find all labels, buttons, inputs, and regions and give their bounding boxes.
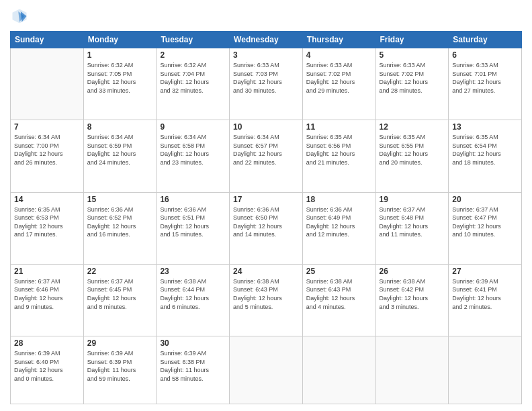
- day-number: 6: [452, 50, 518, 60]
- day-info: Sunrise: 6:36 AMSunset: 6:50 PMDaylight:…: [233, 205, 299, 239]
- day-info: Sunrise: 6:38 AMSunset: 6:44 PMDaylight:…: [160, 277, 226, 311]
- calendar-cell: 11Sunrise: 6:35 AMSunset: 6:56 PMDayligh…: [302, 120, 375, 192]
- calendar-cell: 6Sunrise: 6:33 AMSunset: 7:01 PMDaylight…: [449, 48, 522, 120]
- day-info: Sunrise: 6:39 AMSunset: 6:38 PMDaylight:…: [160, 349, 226, 383]
- calendar-cell: 29Sunrise: 6:39 AMSunset: 6:39 PMDayligh…: [83, 336, 157, 404]
- calendar-cell: 22Sunrise: 6:37 AMSunset: 6:45 PMDayligh…: [83, 264, 157, 336]
- calendar-cell: 15Sunrise: 6:36 AMSunset: 6:52 PMDayligh…: [83, 192, 157, 264]
- day-number: 25: [306, 267, 372, 276]
- day-info: Sunrise: 6:39 AMSunset: 6:41 PMDaylight:…: [452, 277, 518, 311]
- calendar-cell: 28Sunrise: 6:39 AMSunset: 6:40 PMDayligh…: [11, 336, 84, 404]
- day-info: Sunrise: 6:34 AMSunset: 7:00 PMDaylight:…: [14, 133, 80, 167]
- day-number: 3: [233, 50, 299, 60]
- logo-icon: [10, 7, 29, 26]
- weekday-header-saturday: Saturday: [449, 32, 522, 48]
- calendar-cell: [11, 48, 84, 120]
- day-number: 10: [233, 122, 299, 132]
- day-number: 14: [14, 195, 80, 204]
- day-info: Sunrise: 6:39 AMSunset: 6:39 PMDaylight:…: [87, 349, 153, 383]
- day-info: Sunrise: 6:35 AMSunset: 6:53 PMDaylight:…: [14, 205, 80, 239]
- day-info: Sunrise: 6:35 AMSunset: 6:55 PMDaylight:…: [380, 133, 445, 167]
- day-number: 30: [160, 338, 226, 348]
- calendar-cell: 30Sunrise: 6:39 AMSunset: 6:38 PMDayligh…: [157, 336, 230, 404]
- calendar-cell: 12Sunrise: 6:35 AMSunset: 6:55 PMDayligh…: [375, 120, 449, 192]
- calendar-cell: 4Sunrise: 6:33 AMSunset: 7:02 PMDaylight…: [302, 48, 375, 120]
- calendar-cell: [230, 336, 303, 404]
- day-info: Sunrise: 6:35 AMSunset: 6:56 PMDaylight:…: [306, 133, 372, 167]
- day-number: 28: [14, 338, 80, 348]
- calendar-cell: 9Sunrise: 6:34 AMSunset: 6:58 PMDaylight…: [157, 120, 230, 192]
- day-info: Sunrise: 6:34 AMSunset: 6:58 PMDaylight:…: [160, 133, 226, 167]
- weekday-header-wednesday: Wednesday: [230, 32, 303, 48]
- calendar-week-row: 21Sunrise: 6:37 AMSunset: 6:46 PMDayligh…: [11, 264, 522, 336]
- day-number: 22: [87, 267, 153, 276]
- calendar-cell: 3Sunrise: 6:33 AMSunset: 7:03 PMDaylight…: [230, 48, 303, 120]
- calendar-week-row: 7Sunrise: 6:34 AMSunset: 7:00 PMDaylight…: [11, 120, 522, 192]
- day-number: 24: [233, 267, 299, 276]
- calendar-cell: 1Sunrise: 6:32 AMSunset: 7:05 PMDaylight…: [83, 48, 157, 120]
- day-number: 29: [87, 338, 153, 348]
- calendar-cell: [375, 336, 449, 404]
- day-number: 15: [87, 195, 153, 204]
- calendar-cell: 21Sunrise: 6:37 AMSunset: 6:46 PMDayligh…: [11, 264, 84, 336]
- day-number: 27: [452, 267, 518, 276]
- day-info: Sunrise: 6:33 AMSunset: 7:01 PMDaylight:…: [452, 61, 518, 95]
- day-info: Sunrise: 6:36 AMSunset: 6:52 PMDaylight:…: [87, 205, 153, 239]
- day-number: 12: [380, 122, 445, 132]
- day-info: Sunrise: 6:33 AMSunset: 7:02 PMDaylight:…: [380, 61, 445, 95]
- day-info: Sunrise: 6:38 AMSunset: 6:43 PMDaylight:…: [233, 277, 299, 311]
- calendar-cell: 8Sunrise: 6:34 AMSunset: 6:59 PMDaylight…: [83, 120, 157, 192]
- day-number: 1: [87, 50, 153, 60]
- calendar-cell: 26Sunrise: 6:38 AMSunset: 6:42 PMDayligh…: [375, 264, 449, 336]
- calendar-week-row: 1Sunrise: 6:32 AMSunset: 7:05 PMDaylight…: [11, 48, 522, 120]
- day-number: 20: [452, 195, 518, 204]
- day-number: 11: [306, 122, 372, 132]
- calendar-week-row: 28Sunrise: 6:39 AMSunset: 6:40 PMDayligh…: [11, 336, 522, 404]
- day-number: 13: [452, 122, 518, 132]
- day-number: 4: [306, 50, 372, 60]
- day-info: Sunrise: 6:32 AMSunset: 7:05 PMDaylight:…: [87, 61, 153, 95]
- calendar-cell: 27Sunrise: 6:39 AMSunset: 6:41 PMDayligh…: [449, 264, 522, 336]
- calendar-header-row: SundayMondayTuesdayWednesdayThursdayFrid…: [11, 32, 522, 48]
- day-info: Sunrise: 6:38 AMSunset: 6:43 PMDaylight:…: [306, 277, 372, 311]
- weekday-header-sunday: Sunday: [11, 32, 84, 48]
- day-number: 7: [14, 122, 80, 132]
- calendar-cell: 10Sunrise: 6:34 AMSunset: 6:57 PMDayligh…: [230, 120, 303, 192]
- calendar-cell: 20Sunrise: 6:37 AMSunset: 6:47 PMDayligh…: [449, 192, 522, 264]
- calendar-cell: 7Sunrise: 6:34 AMSunset: 7:00 PMDaylight…: [11, 120, 84, 192]
- calendar-cell: 16Sunrise: 6:36 AMSunset: 6:51 PMDayligh…: [157, 192, 230, 264]
- day-number: 8: [87, 122, 153, 132]
- day-info: Sunrise: 6:37 AMSunset: 6:47 PMDaylight:…: [452, 205, 518, 239]
- day-number: 26: [380, 267, 445, 276]
- calendar-week-row: 14Sunrise: 6:35 AMSunset: 6:53 PMDayligh…: [11, 192, 522, 264]
- calendar-cell: 5Sunrise: 6:33 AMSunset: 7:02 PMDaylight…: [375, 48, 449, 120]
- day-info: Sunrise: 6:36 AMSunset: 6:51 PMDaylight:…: [160, 205, 226, 239]
- day-info: Sunrise: 6:36 AMSunset: 6:49 PMDaylight:…: [306, 205, 372, 239]
- calendar-cell: 23Sunrise: 6:38 AMSunset: 6:44 PMDayligh…: [157, 264, 230, 336]
- day-info: Sunrise: 6:35 AMSunset: 6:54 PMDaylight:…: [452, 133, 518, 167]
- day-number: 16: [160, 195, 226, 204]
- calendar-table: SundayMondayTuesdayWednesdayThursdayFrid…: [10, 31, 522, 404]
- day-number: 2: [160, 50, 226, 60]
- weekday-header-monday: Monday: [83, 32, 157, 48]
- day-info: Sunrise: 6:37 AMSunset: 6:45 PMDaylight:…: [87, 277, 153, 311]
- day-number: 18: [306, 195, 372, 204]
- weekday-header-thursday: Thursday: [302, 32, 375, 48]
- day-number: 21: [14, 267, 80, 276]
- day-info: Sunrise: 6:37 AMSunset: 6:46 PMDaylight:…: [14, 277, 80, 311]
- day-number: 19: [380, 195, 445, 204]
- weekday-header-friday: Friday: [375, 32, 449, 48]
- calendar-cell: 25Sunrise: 6:38 AMSunset: 6:43 PMDayligh…: [302, 264, 375, 336]
- calendar-cell: 24Sunrise: 6:38 AMSunset: 6:43 PMDayligh…: [230, 264, 303, 336]
- day-info: Sunrise: 6:39 AMSunset: 6:40 PMDaylight:…: [14, 349, 80, 383]
- day-number: 9: [160, 122, 226, 132]
- calendar-cell: 2Sunrise: 6:32 AMSunset: 7:04 PMDaylight…: [157, 48, 230, 120]
- day-info: Sunrise: 6:33 AMSunset: 7:02 PMDaylight:…: [306, 61, 372, 95]
- day-number: 23: [160, 267, 226, 276]
- calendar-cell: 18Sunrise: 6:36 AMSunset: 6:49 PMDayligh…: [302, 192, 375, 264]
- day-number: 5: [380, 50, 445, 60]
- page-header: [10, 7, 522, 26]
- day-info: Sunrise: 6:34 AMSunset: 6:57 PMDaylight:…: [233, 133, 299, 167]
- day-info: Sunrise: 6:37 AMSunset: 6:48 PMDaylight:…: [380, 205, 445, 239]
- day-info: Sunrise: 6:32 AMSunset: 7:04 PMDaylight:…: [160, 61, 226, 95]
